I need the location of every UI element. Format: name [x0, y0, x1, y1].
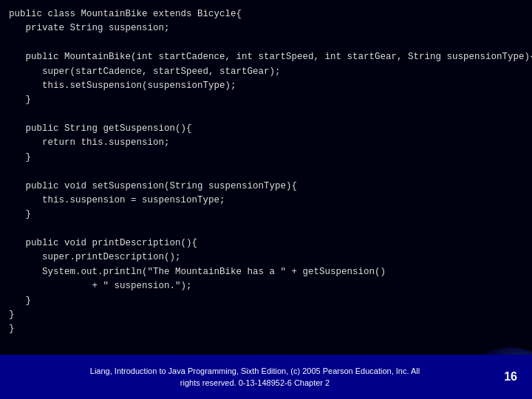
page-number: 16 — [495, 370, 517, 383]
footer-text: Liang, Introduction to Java Programming,… — [15, 365, 495, 389]
code-area: public class MountainBike extends Bicycl… — [0, 0, 532, 355]
slide-container: public class MountainBike extends Bicycl… — [0, 0, 532, 399]
footer-line1: Liang, Introduction to Java Programming,… — [90, 366, 420, 375]
code-content: public class MountainBike extends Bicycl… — [9, 7, 523, 337]
footer-bar: Liang, Introduction to Java Programming,… — [0, 355, 532, 399]
footer-line2: rights reserved. 0-13-148952-6 Chapter 2 — [180, 378, 330, 387]
